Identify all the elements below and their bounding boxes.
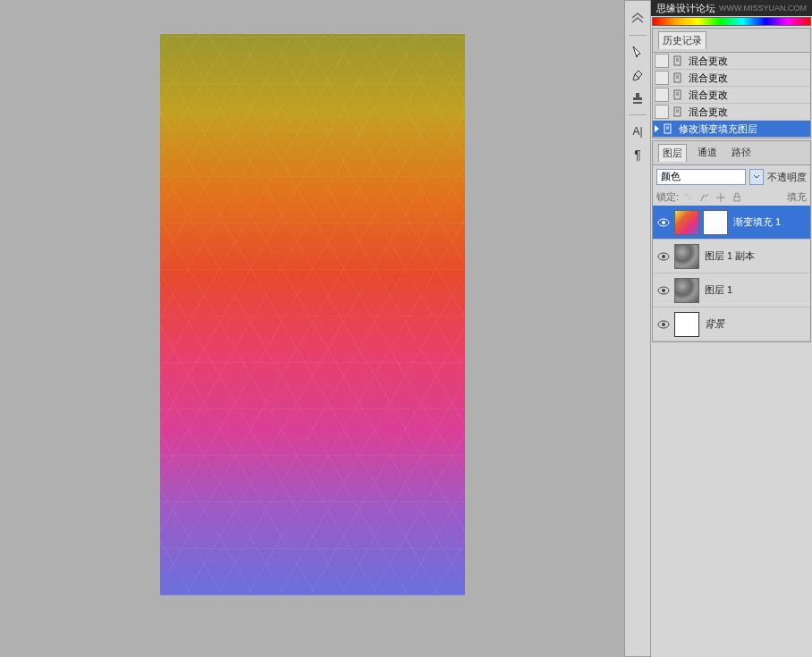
svg-rect-17	[734, 197, 740, 201]
history-list: 混合更改 混合更改 混合更改 混合更改	[653, 53, 810, 138]
lock-controls-row: 锁定: 填充	[653, 189, 810, 206]
history-item[interactable]: 混合更改	[653, 70, 810, 87]
history-checkbox[interactable]	[655, 54, 669, 68]
history-panel: 历史记录 混合更改 混合更改 混合更改	[652, 28, 811, 139]
svg-point-19	[662, 221, 665, 224]
vertical-type-tool-icon[interactable]: A|	[627, 121, 648, 142]
layer-list: 渐变填充 1 图层 1 副本 图层 1 背景	[653, 206, 810, 341]
visibility-eye-icon[interactable]	[655, 282, 672, 299]
channels-tab[interactable]: 通道	[694, 144, 721, 162]
paths-tab[interactable]: 路径	[728, 144, 755, 162]
collapse-icon[interactable]	[627, 8, 648, 29]
history-item-label: 混合更改	[689, 88, 728, 102]
layer-item-background[interactable]: 背景	[653, 307, 810, 341]
layer-thumbnail[interactable]	[674, 278, 699, 303]
visibility-eye-icon[interactable]	[655, 214, 672, 232]
history-panel-header: 历史记录	[653, 29, 810, 53]
layer-item[interactable]: 图层 1	[653, 274, 810, 307]
history-item-selected[interactable]: 修改渐变填充图层	[653, 121, 810, 138]
document-icon	[671, 88, 685, 102]
layers-controls-row: 颜色 不透明度	[653, 165, 810, 189]
svg-rect-16	[688, 197, 691, 200]
history-item-label: 混合更改	[689, 55, 728, 68]
history-checkbox[interactable]	[655, 88, 669, 102]
visibility-eye-icon[interactable]	[655, 248, 672, 265]
history-item[interactable]: 混合更改	[653, 104, 810, 121]
layer-label: 图层 1	[701, 283, 808, 297]
layer-thumbnail[interactable]	[674, 312, 699, 337]
svg-point-21	[662, 255, 665, 258]
blend-mode-select[interactable]: 颜色	[656, 169, 746, 185]
document-icon	[671, 54, 685, 68]
vertical-toolbar: A| ¶	[624, 0, 651, 657]
fill-label: 填充	[787, 190, 807, 204]
blend-dropdown-button[interactable]	[749, 169, 764, 185]
brand-url: WWW.MISSYUAN.COM	[719, 4, 807, 13]
svg-rect-15	[684, 193, 688, 197]
document-icon	[671, 105, 685, 119]
layer-item[interactable]: 图层 1 副本	[653, 240, 810, 274]
document-canvas[interactable]	[160, 34, 465, 595]
brand-title: 思缘设计论坛	[656, 2, 715, 15]
layer-mask-thumbnail[interactable]	[703, 210, 728, 235]
lock-label: 锁定:	[656, 190, 679, 204]
lock-all-icon[interactable]	[731, 191, 743, 204]
layer-label: 渐变填充 1	[730, 215, 808, 229]
history-item[interactable]: 混合更改	[653, 53, 810, 70]
history-item[interactable]: 混合更改	[653, 87, 810, 104]
visibility-eye-icon[interactable]	[655, 316, 672, 333]
layer-item-gradient-fill[interactable]: 渐变填充 1	[653, 206, 810, 240]
layers-tab[interactable]: 图层	[658, 144, 687, 162]
lock-pixels-icon[interactable]	[698, 191, 711, 204]
history-checkbox[interactable]	[655, 105, 669, 119]
opacity-label: 不透明度	[767, 171, 807, 184]
svg-point-25	[662, 323, 665, 326]
lock-position-icon[interactable]	[715, 191, 727, 204]
layers-panel: 图层 通道 路径 颜色 不透明度 锁定: 填充	[652, 140, 811, 342]
layer-thumbnail-gradient[interactable]	[674, 210, 699, 235]
layer-label: 图层 1 副本	[701, 249, 808, 263]
layers-panel-header: 图层 通道 路径	[653, 141, 810, 165]
pen-tool-icon[interactable]	[627, 64, 648, 86]
watermark-bar: 思缘设计论坛 WWW.MISSYUAN.COM	[651, 0, 812, 16]
svg-point-23	[662, 289, 665, 292]
paragraph-tool-icon[interactable]: ¶	[627, 144, 648, 165]
canvas-workspace	[0, 0, 624, 657]
document-icon	[671, 71, 685, 85]
triangle-pattern-overlay	[160, 34, 465, 595]
color-spectrum-strip[interactable]	[652, 17, 811, 26]
direct-selection-tool-icon[interactable]	[627, 41, 648, 63]
stamp-tool-icon[interactable]	[627, 88, 648, 109]
history-item-label: 混合更改	[689, 72, 728, 85]
history-item-label: 修改渐变填充图层	[679, 122, 757, 136]
layer-thumbnail[interactable]	[674, 244, 699, 269]
lock-transparency-icon[interactable]	[682, 191, 695, 204]
history-checkbox[interactable]	[655, 71, 669, 85]
current-state-arrow-icon	[655, 125, 659, 132]
document-icon	[661, 122, 675, 136]
history-tab[interactable]: 历史记录	[658, 31, 706, 49]
history-item-label: 混合更改	[689, 105, 728, 119]
layer-label: 背景	[701, 317, 808, 331]
